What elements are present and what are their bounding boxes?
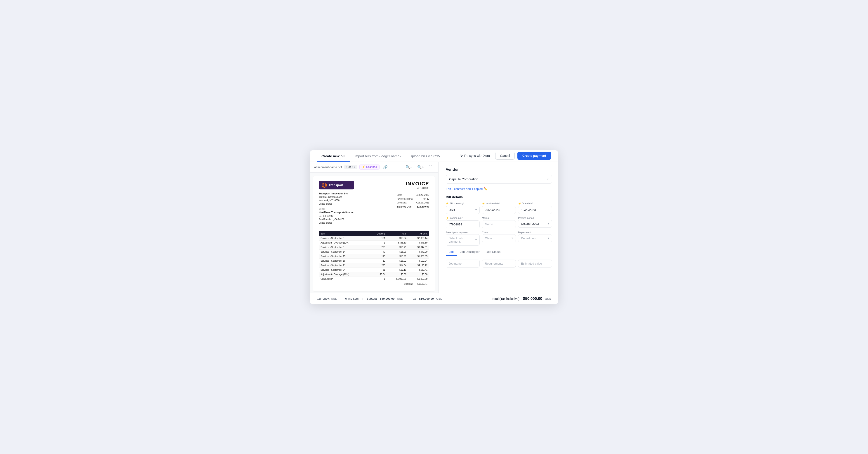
zoom-out-icon[interactable]: 🔍− [404,164,413,170]
pwb-payment-field: Select pwb payment.. Select pwb payment.… [446,231,480,246]
cell-amount: $2,885.14 [408,236,429,240]
invoice-no-field: ⚡ Invoice no.* #TI-01838 [446,217,480,228]
cell-amount: $530.41 [408,267,429,272]
footer-divider-1: | [341,297,342,300]
table-row: Services - September 15115$15.99$1,838.8… [319,254,429,258]
modal-header: Create new bill Import bills from {ledge… [310,150,558,162]
cell-amount: $1,000.00 [408,277,429,281]
meta-terms-row: Payment Terms: Net 30 [397,197,429,201]
bill-currency-value: USD [449,208,455,211]
class-chevron-icon: ▾ [512,236,513,240]
cell-item: Services - September 14 [319,249,368,254]
bill-currency-label: ⚡ Bill currency* [446,202,480,205]
cell-qty: 40 [368,249,387,254]
cancel-button[interactable]: Cancel [495,152,515,160]
meta-date-row: Date: Sep 29, 2023 [397,193,429,197]
total-label: Total (Tax inclusive): [492,297,520,301]
currency-display: Currency: USD [317,297,337,300]
due-date-field: ⚡ Due date* 10/29/2023 [518,202,552,214]
pwb-payment-select[interactable]: Select pwb payment... ▾ [446,234,480,246]
cell-qty: 229 [368,245,387,249]
tabs-container: Create new bill Import bills from {ledge… [317,150,445,162]
col-amount: Amount [408,231,429,236]
footer-divider-3: | [407,297,408,300]
inner-tab-job[interactable]: Job [446,248,457,256]
document-viewer-panel: attachment-name.pdf 1 of 5 ▾ ⚡ Scanned 🔗… [310,162,438,293]
invoice-title-block: INVOICE # TI-01838 Date: Sep 29, 2023 [397,181,429,211]
balance-due-row: Balance Due: $16,509.07 [397,205,429,209]
cell-rate: $16.02 [387,258,408,263]
header-actions: ↻ Re-sync with Xero Cancel Create paymen… [458,152,551,160]
page-indicator: 1 of 5 ▾ [344,165,357,169]
table-row: Adjustment - Overage (10%)53.04$0.00$0.0… [319,272,429,277]
bolt-date-icon: ⚡ [482,202,485,205]
invoice-table: Item Quantity Rate Amount Services - Sep… [319,231,429,281]
tab-upload-csv[interactable]: Upload bills via CSV [405,150,445,162]
meta-date-label: Date: [397,193,402,197]
class-select[interactable]: Class ▾ [482,234,516,242]
invoice-date-input[interactable]: 09/29/2023 [482,206,516,214]
bill-to-label: Bill To: [319,208,354,210]
table-row: Services - September 21293$14.04$4,113.7… [319,263,429,267]
requirements-input[interactable]: Requirements [482,260,516,267]
tab-create-new-bill[interactable]: Create new bill [317,150,350,162]
scanned-badge: ⚡ Scanned [360,165,379,170]
resync-icon: ↻ [460,154,463,158]
expand-icon[interactable]: ⛶ [428,164,434,170]
cell-qty: 12 [368,258,387,263]
zoom-in-icon[interactable]: 🔍+ [416,164,425,170]
bill-row-3: Select pwb payment.. Select pwb payment.… [446,231,552,246]
doc-toolbar: attachment-name.pdf 1 of 5 ▾ ⚡ Scanned 🔗… [310,162,438,173]
posting-period-field: Posting period October 2023 ▾ [518,217,552,228]
invoice-no-input[interactable]: #TI-01838 [446,221,480,228]
meta-due-value: Oct 29, 2023 [416,201,429,205]
bolt-invoice-icon: ⚡ [446,217,449,220]
vendor-section-title: Vendor [446,167,552,172]
memo-input[interactable]: Memo [482,220,516,228]
company-logo: Transport [319,181,354,190]
subtotal-footer-label: Subtotal [367,297,377,300]
subtotal-display: Subtotal $40,000.00 USD [367,297,403,300]
bill-currency-input[interactable]: USD ▾ [446,206,480,214]
inner-tab-job-status[interactable]: Job Status [484,248,504,256]
requirements-placeholder: Requirements [485,262,503,265]
currency-value: USD [331,297,337,300]
cell-amount: $346.60 [408,240,429,245]
link-icon[interactable]: 🔗 [382,164,389,170]
transport-logo-icon [322,182,327,188]
col-item: Item [319,231,368,236]
cell-rate: $0.00 [387,272,408,277]
cell-item: Services - September 21 [319,263,368,267]
edit-contacts-link[interactable]: Edit 2 contacts and 1 copied ✏️ [446,187,552,191]
job-name-input[interactable]: Job name [446,260,480,267]
invoice-no-value: #TI-01838 [449,223,462,226]
table-row: Consultation1$1,000.00$1,000.00 [319,277,429,281]
page-total: 5 [352,165,353,169]
company-address2: New York, NY 10008 [319,199,340,202]
vendor-select[interactable]: Capsule Corporation ▾ [446,175,552,183]
vendor-chevron-icon: ▾ [547,178,549,181]
invoice-meta: Date: Sep 29, 2023 Payment Terms: Net 30… [397,193,429,209]
due-date-input[interactable]: 10/29/2023 [518,206,552,214]
bolt-currency-icon: ⚡ [446,202,449,205]
company-name: Transport [329,183,343,187]
department-select[interactable]: Department ▾ [518,234,552,242]
company-full-name: Transport Innovation Inc [319,192,354,196]
inner-tab-job-description[interactable]: Job Description [457,248,484,256]
chevron-down-icon[interactable]: ▾ [354,165,355,169]
cell-rate: $1,000.00 [387,277,408,281]
invoice-title: INVOICE [397,181,429,187]
resync-button[interactable]: ↻ Re-sync with Xero [458,152,493,159]
cell-rate: $16.79 [387,245,408,249]
estimated-value-input[interactable]: Estimated value [518,260,552,267]
cell-item: Services - September 24 [319,267,368,272]
bill-to-name: NextMove Transaportaiton Inc [319,210,354,214]
subtotal-footer-currency: USD [397,297,403,300]
create-payment-button[interactable]: Create payment [518,152,551,160]
cell-qty: 53.04 [368,272,387,277]
meta-terms-value: Net 30 [423,197,429,201]
posting-period-select[interactable]: October 2023 ▾ [518,220,552,228]
bolt-due-icon: ⚡ [518,202,521,205]
memo-placeholder: Memo [485,223,493,226]
tab-import-bills[interactable]: Import bills from {ledger name} [350,150,405,162]
